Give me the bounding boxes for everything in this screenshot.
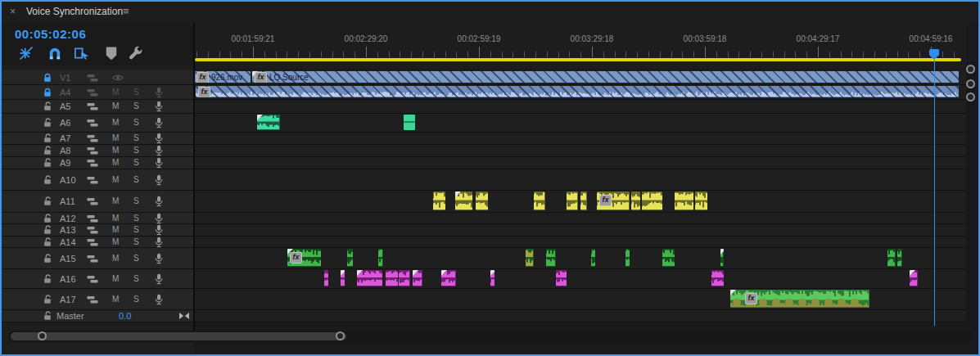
solo-button[interactable]: S xyxy=(133,295,139,304)
track-lane-a7[interactable] xyxy=(194,133,966,145)
track-lane-a8[interactable] xyxy=(194,145,966,157)
clip[interactable] xyxy=(526,249,534,267)
timeline-settings-button[interactable] xyxy=(128,45,144,61)
clip[interactable] xyxy=(433,192,445,210)
solo-button[interactable]: S xyxy=(133,255,139,263)
solo-button[interactable]: S xyxy=(133,214,139,223)
nest-toggle-button[interactable] xyxy=(18,45,34,61)
track-lane-a14[interactable] xyxy=(194,237,966,248)
track-lane-a15[interactable]: fx xyxy=(194,248,966,269)
clip[interactable] xyxy=(378,249,383,267)
sync-lock-toggle[interactable] xyxy=(87,175,98,184)
track-lane-v1[interactable]: fx926.movfxLQ Source xyxy=(194,70,966,85)
track-lock-toggle[interactable] xyxy=(43,101,52,111)
track-header-a8[interactable]: A8MS xyxy=(2,145,193,157)
clip[interactable]: fx xyxy=(287,249,321,267)
panel-tab-title[interactable]: Voice Synchronization xyxy=(26,6,123,17)
track-lane-a5[interactable] xyxy=(194,100,966,114)
clip[interactable] xyxy=(399,270,410,286)
solo-button[interactable]: S xyxy=(133,102,139,110)
track-lock-toggle[interactable] xyxy=(43,118,52,128)
track-lock-toggle[interactable] xyxy=(43,274,52,284)
time-ruler[interactable]: 00:01:59:2100:02:29:2000:02:59:1900:03:2… xyxy=(194,23,966,69)
clip[interactable] xyxy=(711,270,724,286)
mute-button[interactable]: M xyxy=(112,134,119,142)
voiceover-record-button[interactable] xyxy=(154,101,164,112)
voiceover-record-button[interactable] xyxy=(154,87,164,98)
clip[interactable]: fx xyxy=(196,86,959,97)
voiceover-record-button[interactable] xyxy=(154,157,164,169)
vertical-scrollbar-handle[interactable] xyxy=(966,79,975,88)
track-lock-toggle[interactable] xyxy=(43,214,52,223)
clip[interactable] xyxy=(567,192,578,210)
sync-lock-toggle[interactable] xyxy=(87,159,98,168)
solo-button[interactable]: S xyxy=(133,159,139,167)
track-header-a13[interactable]: A13MS xyxy=(2,224,193,237)
vertical-scrollbar[interactable] xyxy=(966,61,976,328)
mute-button[interactable]: M xyxy=(112,159,119,167)
clip[interactable] xyxy=(386,270,398,286)
horizontal-scrollbar[interactable] xyxy=(8,331,973,342)
sync-lock-toggle[interactable] xyxy=(87,102,98,111)
mute-button[interactable]: M xyxy=(112,226,119,234)
vertical-scrollbar-handle[interactable] xyxy=(966,65,975,74)
track-output-toggle[interactable] xyxy=(112,74,124,82)
clip[interactable] xyxy=(625,249,630,267)
track-lock-toggle[interactable] xyxy=(43,146,52,155)
clip[interactable] xyxy=(580,192,587,210)
solo-button[interactable]: S xyxy=(133,275,139,283)
mute-button[interactable]: M xyxy=(112,197,119,205)
clip[interactable] xyxy=(347,249,353,267)
sync-lock-toggle[interactable] xyxy=(87,295,98,304)
track-header-a12[interactable]: A12MS xyxy=(2,213,193,224)
vertical-scrollbar-handle[interactable] xyxy=(966,92,975,101)
clip[interactable] xyxy=(720,249,724,267)
track-lane-a12[interactable] xyxy=(194,213,966,224)
sync-lock-toggle[interactable] xyxy=(87,226,98,235)
clip[interactable] xyxy=(534,192,545,210)
mute-button[interactable]: M xyxy=(112,146,119,155)
sync-lock-toggle[interactable] xyxy=(87,134,98,143)
track-header-a14[interactable]: A14MS xyxy=(2,237,193,248)
solo-button[interactable]: S xyxy=(133,176,139,184)
voiceover-record-button[interactable] xyxy=(154,117,164,128)
track-header-a15[interactable]: A15MS xyxy=(2,248,193,269)
sync-lock-toggle[interactable] xyxy=(87,146,98,155)
mute-button[interactable]: M xyxy=(112,238,119,246)
track-lock-toggle[interactable] xyxy=(43,88,52,97)
sync-lock-toggle[interactable] xyxy=(87,254,98,263)
clip[interactable] xyxy=(631,192,640,210)
solo-button[interactable]: S xyxy=(133,88,139,97)
voiceover-record-button[interactable] xyxy=(154,196,164,207)
mute-button[interactable]: M xyxy=(112,295,119,304)
track-lock-toggle[interactable] xyxy=(43,73,52,83)
clip[interactable] xyxy=(455,192,472,210)
scrollbar-zoom-handle-right[interactable] xyxy=(336,331,345,340)
mute-button[interactable]: M xyxy=(112,255,119,263)
track-header-a16[interactable]: A16MS xyxy=(2,269,193,289)
clip-lq-source[interactable]: fxLQ Source xyxy=(252,71,959,83)
snap-toggle-button[interactable] xyxy=(47,45,63,61)
voiceover-record-button[interactable] xyxy=(154,237,164,248)
clip[interactable] xyxy=(897,249,902,267)
track-header-a4[interactable]: A4MS xyxy=(2,85,193,100)
track-lane-a17[interactable]: fx xyxy=(194,289,966,310)
master-volume-value[interactable]: 0.0 xyxy=(119,311,131,321)
track-header-a5[interactable]: A5MS xyxy=(2,100,193,114)
clip[interactable] xyxy=(413,270,422,286)
solo-button[interactable]: S xyxy=(133,197,139,205)
track-header-a7[interactable]: A7MS xyxy=(2,133,193,145)
sync-lock-toggle[interactable] xyxy=(87,274,98,283)
mute-button[interactable]: M xyxy=(112,176,119,184)
track-lock-toggle[interactable] xyxy=(43,133,52,143)
add-marker-button[interactable] xyxy=(103,45,120,61)
playhead-timecode[interactable]: 00:05:02:06 xyxy=(15,27,86,41)
clip[interactable] xyxy=(591,249,595,267)
track-header-a6[interactable]: A6MS xyxy=(2,114,193,133)
sync-lock-toggle[interactable] xyxy=(87,73,98,82)
sync-lock-toggle[interactable] xyxy=(87,197,98,206)
track-lock-toggle[interactable] xyxy=(43,225,52,235)
track-header-v1[interactable]: V1 xyxy=(2,70,193,85)
clip[interactable] xyxy=(546,249,556,267)
mute-button[interactable]: M xyxy=(112,214,119,223)
